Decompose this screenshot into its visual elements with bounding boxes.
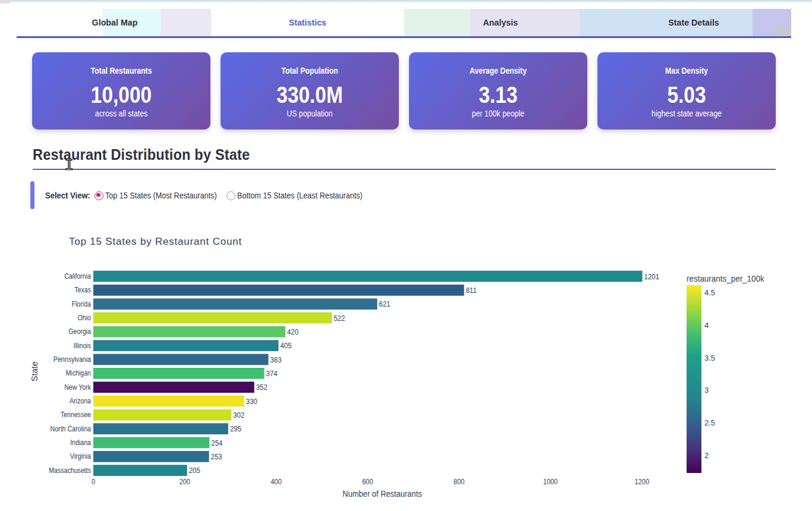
- svg-text:Massachusetts: Massachusetts: [49, 466, 91, 474]
- svg-text:405: 405: [281, 342, 292, 351]
- svg-text:restaurants_per_100k: restaurants_per_100k: [687, 275, 764, 283]
- svg-text:Georgia: Georgia: [68, 327, 91, 335]
- svg-text:2: 2: [704, 451, 709, 460]
- svg-text:811: 811: [466, 286, 477, 295]
- svg-text:1201: 1201: [644, 272, 660, 281]
- svg-text:352: 352: [256, 383, 267, 392]
- svg-text:205: 205: [189, 466, 200, 475]
- svg-text:400: 400: [270, 477, 282, 485]
- svg-text:North Carolina: North Carolina: [51, 424, 92, 433]
- svg-text:Texas: Texas: [74, 285, 91, 294]
- svg-text:3.5: 3.5: [704, 354, 715, 362]
- svg-text:383: 383: [270, 355, 282, 364]
- svg-text:374: 374: [266, 369, 278, 378]
- svg-text:Top 15 States by Restaurant Co: Top 15 States by Restaurant Count: [69, 236, 242, 247]
- svg-text:302: 302: [233, 411, 244, 419]
- svg-text:4: 4: [704, 321, 709, 330]
- svg-text:1000: 1000: [543, 477, 558, 485]
- svg-text:Illinois: Illinois: [73, 341, 91, 349]
- svg-text:621: 621: [379, 300, 391, 309]
- svg-text:295: 295: [230, 425, 241, 434]
- svg-text:2.5: 2.5: [704, 418, 715, 427]
- svg-text:Number of Restaurants: Number of Restaurants: [342, 489, 421, 499]
- svg-text:Michigan: Michigan: [65, 368, 91, 377]
- svg-text:Ohio: Ohio: [78, 313, 91, 321]
- svg-text:Arizona: Arizona: [70, 396, 92, 405]
- svg-text:600: 600: [362, 477, 373, 485]
- svg-text:3: 3: [704, 386, 709, 395]
- svg-text:522: 522: [333, 314, 345, 323]
- svg-text:330: 330: [246, 397, 257, 406]
- svg-text:253: 253: [211, 452, 222, 461]
- svg-text:State: State: [30, 361, 39, 381]
- svg-text:800: 800: [454, 477, 465, 485]
- svg-text:4.5: 4.5: [704, 288, 715, 297]
- svg-text:0: 0: [92, 477, 96, 485]
- svg-text:Tennessee: Tennessee: [61, 410, 91, 418]
- svg-text:420: 420: [287, 327, 298, 336]
- svg-text:Indiana: Indiana: [70, 438, 91, 446]
- svg-text:Virginia: Virginia: [70, 452, 92, 460]
- svg-text:New York: New York: [64, 383, 91, 391]
- svg-text:200: 200: [180, 477, 191, 485]
- svg-text:Pennsylvania: Pennsylvania: [53, 355, 92, 363]
- svg-text:254: 254: [211, 439, 222, 447]
- svg-text:1200: 1200: [635, 477, 650, 485]
- svg-text:Florida: Florida: [72, 299, 92, 308]
- svg-text:California: California: [64, 272, 91, 280]
